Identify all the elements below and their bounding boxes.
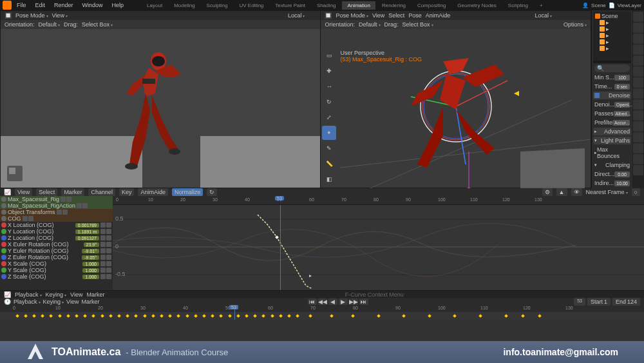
normalize-button[interactable]: Normalize: [172, 188, 204, 196]
keyframe-diamond[interactable]: [538, 314, 542, 318]
vp-left-canvas[interactable]: [1, 29, 320, 188]
mode-dropdown[interactable]: Pose Mode: [15, 12, 48, 19]
graph-plot[interactable]: 0.5 0 -0.5 53 ▸: [113, 205, 644, 290]
keyframe-diamond[interactable]: [270, 314, 274, 318]
tab-shading[interactable]: Shading: [312, 1, 341, 10]
vp-view-menu[interactable]: View: [372, 12, 384, 19]
tab-geonodes[interactable]: Geometry Nodes: [452, 1, 501, 10]
keyframe-diamond[interactable]: [100, 314, 104, 318]
menu-edit[interactable]: Edit: [32, 1, 50, 10]
options-dropdown[interactable]: Options: [564, 21, 587, 28]
channel-row[interactable]: X Scale (COG)1.000: [0, 260, 113, 267]
graph-only-sel-icon[interactable]: ▲: [556, 188, 567, 196]
direct-clamp-field[interactable]: 0.00: [614, 172, 630, 177]
channel-toggles[interactable]: [77, 203, 88, 208]
snap-nearest-frame[interactable]: Nearest Frame: [586, 189, 628, 195]
orientation-val[interactable]: Default: [359, 21, 381, 28]
channel-row[interactable]: X Euler Rotation (COG)23.9°: [0, 241, 113, 248]
keyframe-diamond[interactable]: [50, 314, 53, 318]
keyframe-diamond[interactable]: [151, 314, 155, 318]
tl-playback[interactable]: Playback: [14, 299, 41, 305]
channel-toggles[interactable]: [100, 222, 111, 228]
orientation-dropdown[interactable]: Local: [288, 12, 305, 19]
channel-row[interactable]: Y Scale (COG)1.000: [0, 267, 113, 273]
keyframe-diamond[interactable]: [279, 314, 283, 318]
orientation-val[interactable]: Default: [39, 21, 61, 28]
playback-popover[interactable]: Playback: [15, 291, 42, 298]
tl-marker[interactable]: Marker: [81, 299, 99, 305]
vp-select-menu[interactable]: Select: [388, 12, 404, 19]
play-rev-button[interactable]: ◀: [328, 299, 337, 305]
channel-toggles[interactable]: [23, 216, 33, 221]
channel-row[interactable]: Y Location (COG)1.1891 m: [0, 228, 113, 235]
prop-tab-physics-icon[interactable]: [633, 99, 643, 110]
gf-marker[interactable]: Marker: [86, 291, 104, 298]
tab-rendering[interactable]: Rendering: [377, 1, 411, 10]
channel-toggles[interactable]: [100, 248, 111, 253]
scene-dropdown[interactable]: Scene: [591, 3, 606, 8]
drag-val[interactable]: Select Box: [82, 21, 113, 28]
tab-texpaint[interactable]: Texture Paint: [270, 1, 310, 10]
normalize-reset-icon[interactable]: ↻: [207, 188, 217, 196]
channel-value[interactable]: 1.000: [82, 262, 99, 266]
keyframe-diamond[interactable]: [24, 314, 28, 318]
graph-select-menu[interactable]: Select: [36, 188, 57, 196]
keyframe-diamond[interactable]: [202, 314, 206, 318]
timeline-ruler[interactable]: 0102030405060708090100110120130: [0, 306, 644, 312]
keyframe-diamond[interactable]: [185, 314, 189, 318]
channel-value[interactable]: 1.000: [82, 275, 99, 279]
outliner-item[interactable]: ▸: [594, 19, 630, 26]
channel-value[interactable]: 0.091327: [75, 236, 99, 240]
drag-val[interactable]: Select Box: [402, 21, 433, 28]
channel-toggles[interactable]: [100, 242, 111, 247]
channel-toggles[interactable]: [57, 210, 68, 215]
tab-modeling[interactable]: Modeling: [169, 1, 200, 10]
channel-value[interactable]: 23.9°: [84, 242, 99, 247]
menu-help[interactable]: Help: [108, 1, 128, 10]
timeline-editor-icon[interactable]: 🕐: [4, 299, 11, 305]
prop-tab-viewlayer-icon[interactable]: [633, 34, 643, 44]
current-frame-field[interactable]: 53: [574, 298, 585, 306]
keyframe-diamond[interactable]: [351, 314, 355, 318]
vp-right-canvas[interactable]: ▭ ✚ ↔ ↻ ⤢ ✦ ✎ 📏 ◧ User Perspective (53) …: [321, 29, 591, 188]
annotate-tool-icon[interactable]: ✎: [322, 141, 336, 155]
graph-filter-icon[interactable]: ⚙: [542, 188, 553, 196]
prop-tab-world-icon[interactable]: [633, 55, 643, 66]
channel-value[interactable]: 1.1891 m: [75, 230, 99, 234]
tab-scripting[interactable]: Scripting: [503, 1, 533, 10]
graph-proportional-icon[interactable]: ○: [632, 188, 640, 196]
channel-row[interactable]: X Location (COG)0.001789: [0, 222, 113, 228]
graph-view-menu[interactable]: View: [15, 188, 32, 196]
outliner-item[interactable]: ▸: [594, 32, 630, 39]
graph-key-menu[interactable]: Key: [119, 188, 135, 196]
channel-toggles[interactable]: [100, 255, 111, 260]
keyframe-diamond[interactable]: [109, 314, 113, 318]
keyframe-diamond[interactable]: [402, 314, 406, 318]
denoiser-field[interactable]: OpenI...: [614, 102, 630, 108]
keyframe-diamond[interactable]: [253, 314, 257, 318]
orientation-dropdown[interactable]: Local: [535, 12, 552, 19]
min-samples-field[interactable]: 100: [614, 75, 630, 81]
graph-channels[interactable]: Max_Spacesuit_RigMax_Spacesuit_RigAction…: [0, 196, 113, 290]
outliner-item[interactable]: ▸: [594, 26, 630, 32]
prop-tab-material-icon[interactable]: [633, 154, 643, 164]
keyframe-diamond[interactable]: [135, 314, 138, 318]
passes-field[interactable]: Albed...: [614, 111, 630, 117]
keyframe-diamond[interactable]: [15, 314, 19, 318]
vp-animaide-menu[interactable]: AnimAide: [426, 12, 451, 19]
menu-window[interactable]: Window: [79, 1, 107, 10]
mode-dropdown[interactable]: Pose Mode: [336, 12, 368, 19]
channel-value[interactable]: -9.05°: [82, 255, 99, 260]
outliner-item[interactable]: ▸: [594, 39, 630, 45]
tab-animation[interactable]: Animation: [342, 1, 375, 10]
prop-tab-texture-icon[interactable]: [633, 165, 643, 175]
tab-sculpting[interactable]: Sculpting: [202, 1, 233, 10]
keyframe-diamond[interactable]: [228, 314, 232, 318]
keyframe-diamond[interactable]: [504, 314, 508, 318]
graph-canvas[interactable]: 0102030405060708090100110120130 0.5 0 -0…: [113, 196, 644, 290]
properties-search[interactable]: 🔍: [594, 64, 630, 72]
cursor-tool-icon[interactable]: ✚: [322, 64, 336, 78]
jump-end-button[interactable]: ⏭: [359, 299, 368, 305]
keyframe-diamond[interactable]: [211, 314, 214, 318]
prop-tab-scene-icon[interactable]: [633, 44, 643, 55]
